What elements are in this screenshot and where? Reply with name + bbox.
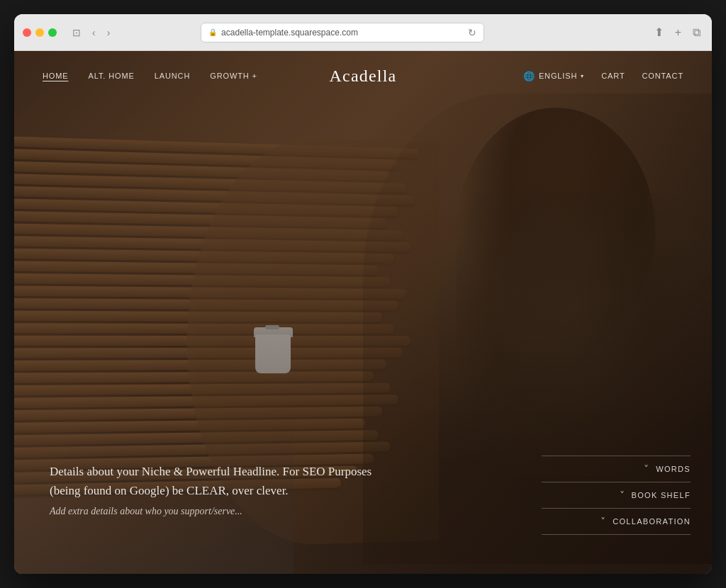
new-tab-button[interactable]: + <box>672 25 684 40</box>
share-button[interactable]: ⬆ <box>652 24 666 40</box>
browser-window: ⊡ ‹ › 🔒 acadella-template.squarespace.co… <box>14 14 712 574</box>
traffic-lights <box>23 28 57 37</box>
accordion-label-bookshelf: BOOK SHELF <box>632 491 691 499</box>
globe-icon: 🌐 <box>523 71 535 81</box>
chevron-down-icon: ▾ <box>581 73 584 79</box>
accordion-item-words[interactable]: ˅ WORDS <box>542 456 691 482</box>
nav-left: HOME ALT. HOME LAUNCH GROWTH + <box>43 72 257 80</box>
browser-right-controls: ⬆ + ⧉ <box>652 24 703 40</box>
hero-headline: Details about your Niche & Powerful Head… <box>50 462 376 500</box>
nav-alt-home[interactable]: ALT. HOME <box>89 72 135 80</box>
hero-subtext: Add extra details about who you support/… <box>50 506 376 517</box>
site-navigation: HOME ALT. HOME LAUNCH GROWTH + Acadella … <box>14 51 712 101</box>
accordion-label-words: WORDS <box>656 465 691 473</box>
nav-home[interactable]: HOME <box>43 72 69 80</box>
nav-contact[interactable]: CONTACT <box>642 72 683 80</box>
nav-growth[interactable]: GROWTH + <box>210 72 257 80</box>
site-logo[interactable]: Acadella <box>330 67 397 86</box>
maximize-button[interactable] <box>48 28 57 37</box>
accordion-item-collaboration[interactable]: ˅ COLLABORATION <box>542 509 691 535</box>
language-label: ENGLISH <box>539 72 577 80</box>
nav-cart[interactable]: CART <box>601 72 625 80</box>
back-button[interactable]: ‹ <box>88 26 100 40</box>
hero-content: Details about your Niche & Powerful Head… <box>50 462 376 517</box>
forward-button[interactable]: › <box>103 26 115 40</box>
chevron-down-icon-words: ˅ <box>644 463 649 475</box>
address-bar[interactable]: 🔒 acadella-template.squarespace.com ↻ <box>201 23 484 43</box>
minimize-button[interactable] <box>35 28 44 37</box>
accordion-item-bookshelf[interactable]: ˅ BOOK SHELF <box>542 482 691 509</box>
nav-launch[interactable]: LAUNCH <box>155 72 191 80</box>
language-selector[interactable]: 🌐 ENGLISH ▾ <box>523 71 584 81</box>
chevron-down-icon-bookshelf: ˅ <box>620 490 625 501</box>
window-icon-button[interactable]: ⊡ <box>68 26 85 40</box>
chevron-down-icon-collaboration: ˅ <box>601 516 605 527</box>
browser-controls: ⊡ ‹ › <box>68 26 114 40</box>
browser-chrome: ⊡ ‹ › 🔒 acadella-template.squarespace.co… <box>14 14 712 51</box>
accordion-label-collaboration: COLLABORATION <box>613 517 691 526</box>
copy-button[interactable]: ⧉ <box>690 25 703 40</box>
url-text: acadella-template.squarespace.com <box>221 28 358 38</box>
refresh-icon[interactable]: ↻ <box>468 27 476 38</box>
accordion-panel: ˅ WORDS ˅ BOOK SHELF ˅ COLLABORATION <box>542 456 691 535</box>
close-button[interactable] <box>23 28 31 37</box>
website-content: HOME ALT. HOME LAUNCH GROWTH + Acadella … <box>14 51 712 574</box>
nav-right: 🌐 ENGLISH ▾ CART CONTACT <box>523 71 683 81</box>
lock-icon: 🔒 <box>208 28 217 36</box>
